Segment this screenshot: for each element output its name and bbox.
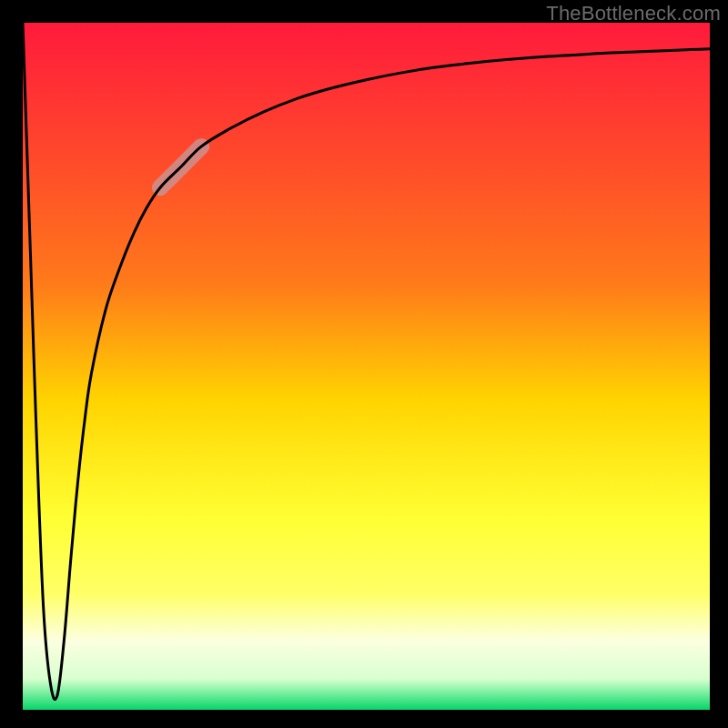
gradient-background: [23, 23, 710, 710]
chart-frame: TheBottleneck.com: [0, 0, 728, 728]
plot-area: [23, 23, 710, 710]
bottleneck-curve-plot: [23, 23, 710, 710]
